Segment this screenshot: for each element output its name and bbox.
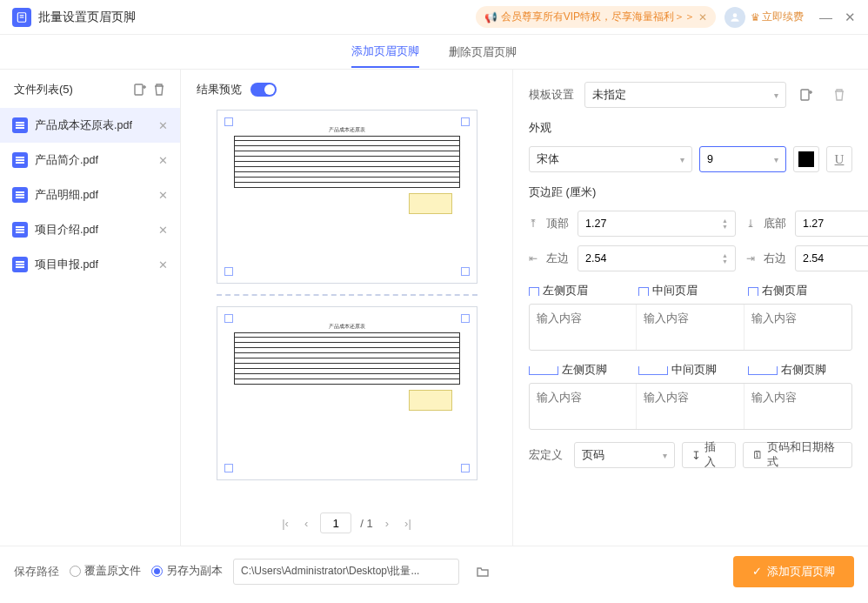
- footer-center-icon: [638, 366, 668, 375]
- tab-remove[interactable]: 删除页眉页脚: [449, 37, 517, 67]
- header-center-input[interactable]: [644, 312, 736, 325]
- margin-left-input[interactable]: ▲▼: [578, 245, 736, 271]
- preview-label: 结果预览: [197, 82, 242, 97]
- margin-top-input[interactable]: ▲▼: [578, 211, 736, 237]
- file-item[interactable]: 产品成本还原表.pdf ✕: [0, 108, 180, 143]
- remove-file-icon[interactable]: ✕: [158, 224, 168, 237]
- app-icon: [12, 8, 31, 27]
- file-list-panel: 文件列表(5) 产品成本还原表.pdf ✕ 产品简介.pdf ✕ 产品明细.pd…: [0, 70, 181, 546]
- vip-close-icon[interactable]: ✕: [698, 11, 707, 23]
- svg-point-3: [733, 13, 738, 17]
- margin-bottom-icon: ⤓: [746, 218, 758, 230]
- clear-files-icon[interactable]: [152, 83, 166, 97]
- margin-bottom-input[interactable]: ▲▼: [795, 211, 868, 237]
- footer-center-input[interactable]: [644, 392, 736, 404]
- chevron-down-icon: ▾: [680, 155, 684, 164]
- chevron-down-icon: ▾: [774, 90, 778, 100]
- settings-panel: 模板设置 未指定 ▾ 外观 宋体 ▾ ▾ U: [513, 70, 868, 546]
- page-separator: [217, 294, 477, 296]
- date-format-button[interactable]: 🗓 页码和日期格式: [743, 442, 852, 468]
- file-icon: [12, 187, 28, 203]
- margin-title: 页边距 (厘米): [529, 184, 852, 200]
- pager-first[interactable]: |‹: [278, 515, 292, 532]
- macro-label: 宏定义: [529, 448, 567, 463]
- preview-toggle[interactable]: [250, 83, 277, 97]
- chevron-down-icon: ▾: [663, 451, 667, 460]
- insert-icon: ↧: [691, 449, 701, 462]
- header-center-icon: [638, 287, 649, 296]
- margin-left-icon: ⇤: [529, 252, 541, 265]
- minimize-button[interactable]: —: [819, 10, 832, 25]
- save-template-icon[interactable]: [793, 82, 819, 108]
- header-right-input[interactable]: [751, 312, 845, 325]
- radio-saveas[interactable]: 另存为副本: [151, 564, 223, 579]
- insert-button[interactable]: ↧ 插入: [682, 442, 736, 468]
- vip-banner[interactable]: 📢 会员尊享所有VIP特权，尽享海量福利＞＞ ✕: [476, 6, 716, 28]
- preview-panel: 结果预览 产品成本还原表 产品成本还原表 |‹ ‹ / 1 ›: [181, 70, 513, 546]
- file-list-title: 文件列表(5): [14, 82, 73, 97]
- check-icon: ✓: [752, 565, 762, 578]
- footer-left-input[interactable]: [537, 392, 629, 404]
- macro-select[interactable]: 页码 ▾: [574, 442, 675, 468]
- pager-next[interactable]: ›: [382, 515, 392, 532]
- footer-left-icon: [529, 366, 558, 375]
- renew-link[interactable]: ♛ 立即续费: [751, 10, 804, 24]
- file-icon: [12, 117, 28, 133]
- pager: |‹ ‹ / 1 › ›|: [197, 513, 497, 533]
- titlebar: 批量设置页眉页脚 📢 会员尊享所有VIP特权，尽享海量福利＞＞ ✕ ♛ 立即续费…: [0, 0, 868, 35]
- browse-folder-icon[interactable]: [470, 559, 496, 585]
- template-label: 模板设置: [529, 88, 578, 103]
- color-picker[interactable]: [793, 146, 819, 172]
- underline-button[interactable]: U: [826, 146, 852, 172]
- margin-right-input[interactable]: ▲▼: [795, 245, 868, 271]
- apply-button[interactable]: ✓ 添加页眉页脚: [733, 556, 854, 587]
- tabs: 添加页眉页脚 删除页眉页脚: [0, 35, 868, 70]
- delete-template-icon[interactable]: [826, 82, 852, 108]
- radio-overwrite[interactable]: 覆盖原文件: [70, 564, 141, 579]
- margin-top-icon: ⤒: [529, 218, 541, 230]
- crown-icon: ♛: [751, 11, 760, 23]
- remove-file-icon[interactable]: ✕: [158, 154, 168, 167]
- file-icon: [12, 257, 28, 272]
- pager-current-input[interactable]: [320, 513, 351, 533]
- file-item[interactable]: 项目介绍.pdf ✕: [0, 212, 180, 247]
- template-select[interactable]: 未指定 ▾: [584, 82, 786, 108]
- remove-file-icon[interactable]: ✕: [158, 119, 168, 132]
- pager-prev[interactable]: ‹: [301, 515, 311, 532]
- font-size-input[interactable]: ▾: [699, 146, 786, 172]
- footer-right-icon: [748, 366, 778, 375]
- close-button[interactable]: ✕: [845, 10, 856, 25]
- add-file-icon[interactable]: [133, 83, 147, 97]
- file-item[interactable]: 产品明细.pdf ✕: [0, 178, 180, 212]
- preview-page: 产品成本还原表: [217, 306, 477, 480]
- pager-total: / 1: [360, 517, 372, 530]
- chevron-down-icon: ▾: [774, 155, 778, 164]
- avatar[interactable]: [724, 7, 745, 28]
- margin-right-icon: ⇥: [746, 252, 758, 265]
- footer-right-input[interactable]: [751, 392, 845, 404]
- save-path-label: 保存路径: [14, 564, 59, 580]
- header-right-icon: [748, 287, 758, 296]
- file-icon: [12, 152, 28, 168]
- svg-rect-4: [135, 84, 143, 95]
- font-select[interactable]: 宋体 ▾: [529, 146, 692, 172]
- remove-file-icon[interactable]: ✕: [158, 189, 168, 202]
- svg-rect-7: [801, 90, 809, 100]
- tab-add[interactable]: 添加页眉页脚: [351, 37, 419, 68]
- preview-page: 产品成本还原表: [217, 110, 477, 284]
- file-item[interactable]: 产品简介.pdf ✕: [0, 143, 180, 178]
- file-icon: [12, 222, 28, 238]
- header-left-icon: [529, 287, 539, 296]
- appearance-title: 外观: [529, 120, 852, 136]
- save-path-display: C:\Users\Administrator\Desktop\批量...: [233, 559, 459, 585]
- pager-last[interactable]: ›|: [401, 515, 415, 532]
- header-left-input[interactable]: [537, 312, 629, 325]
- file-item[interactable]: 项目申报.pdf ✕: [0, 247, 180, 282]
- window-controls: — ✕: [819, 10, 856, 25]
- remove-file-icon[interactable]: ✕: [158, 258, 168, 271]
- footer-bar: 保存路径 覆盖原文件 另存为副本 C:\Users\Administrator\…: [0, 546, 868, 596]
- speaker-icon: 📢: [484, 11, 497, 23]
- window-title: 批量设置页眉页脚: [38, 10, 136, 25]
- calendar-icon: 🗓: [752, 449, 764, 461]
